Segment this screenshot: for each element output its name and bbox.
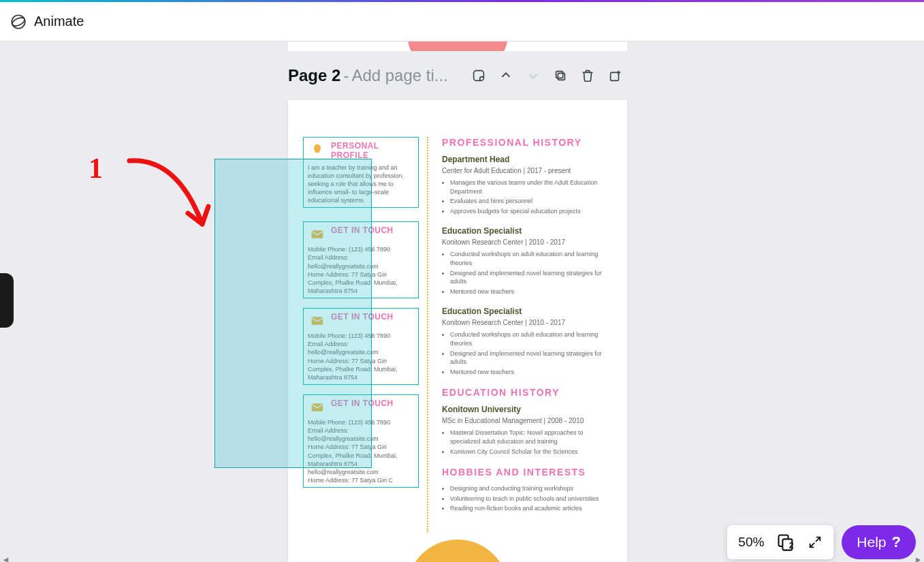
resume-page-canvas[interactable]: PERSONAL PROFILE I am a teacher by train… (288, 100, 627, 562)
job2-title: Education Specialist (442, 226, 612, 236)
edu-bullets: Masteral Dissertation Topic: Novel appro… (442, 428, 612, 456)
job3-meta: Konitown Research Center | 2010 - 2017 (442, 319, 612, 326)
page-header: Page 2 - Add page ti... (288, 51, 627, 100)
page-wrapper: Page 2 - Add page ti... (288, 42, 627, 562)
edu-school-title: Konitown University (442, 405, 612, 414)
hobbies-bullets: Designing and conducting training worksh… (442, 484, 612, 513)
bottom-controls: 50% 2 Help ? (727, 525, 916, 559)
job2-bullets: Conducted workshops on adult education a… (442, 250, 612, 296)
mail-icon (308, 226, 327, 243)
contact-block-3[interactable]: GET IN TOUCH Mobile Phone: (123) 456 789… (303, 394, 419, 488)
job3-title: Education Specialist (442, 307, 612, 316)
help-icon: ? (892, 533, 901, 551)
page-number-label: Page 2 (288, 66, 340, 85)
annotation-overlay: 1 (82, 151, 225, 276)
svg-rect-4 (556, 72, 563, 78)
profile-body: I am a teacher by training and an educat… (308, 163, 414, 205)
add-page-button[interactable] (603, 63, 627, 88)
job1-title: Department Head (442, 155, 612, 164)
help-label: Help (857, 534, 886, 550)
hscroll-left-arrow[interactable]: ◄ (1, 555, 10, 562)
edu-school-meta: MSc in Educational Management | 2008 - 2… (442, 417, 612, 424)
duplicate-page-button[interactable] (548, 63, 573, 88)
job3-bullets: Conducted workshops on adult education a… (442, 330, 612, 376)
resume-left-column: PERSONAL PROFILE I am a teacher by train… (303, 137, 419, 562)
svg-rect-5 (611, 72, 619, 80)
contact3-body: Mobile Phone: (123) 456 7890 Email Addre… (308, 418, 414, 484)
zoom-panel: 50% 2 (727, 525, 833, 559)
contact1-title: GET IN TOUCH (331, 226, 394, 236)
contact-block-2[interactable]: GET IN TOUCH Mobile Phone: (123) 456 789… (303, 308, 419, 385)
contact2-body: Mobile Phone: (123) 456 7890 Email Addre… (308, 332, 414, 381)
animate-button[interactable]: Animate (10, 13, 84, 31)
fullscreen-button[interactable] (808, 535, 823, 550)
delete-page-button[interactable] (575, 63, 600, 88)
profile-head-icon (308, 142, 327, 158)
page-count-badge: 2 (789, 541, 794, 550)
svg-rect-3 (558, 73, 564, 80)
side-panel-toggle[interactable] (0, 273, 14, 328)
page-title-separator: - (343, 66, 349, 85)
help-button[interactable]: Help ? (842, 525, 916, 559)
profile-title: PERSONAL PROFILE (331, 142, 414, 161)
annotation-number: 1 (89, 153, 103, 184)
profile-block[interactable]: PERSONAL PROFILE I am a teacher by train… (303, 137, 419, 208)
svg-point-6 (315, 144, 319, 149)
hobbies-heading: HOBBIES AND INTERESTS (442, 467, 612, 478)
contact3-title: GET IN TOUCH (331, 399, 394, 409)
contact1-body: Mobile Phone: (123) 456 7890 Email Addre… (308, 245, 414, 295)
hscroll-right-arrow[interactable]: ► (914, 555, 923, 562)
page-title-input[interactable]: Add page ti... (351, 66, 447, 85)
contact-block-1[interactable]: GET IN TOUCH Mobile Phone: (123) 456 789… (303, 221, 419, 298)
job1-bullets: Manages the various teams under the Adul… (442, 178, 612, 215)
move-page-down-button[interactable] (521, 63, 545, 88)
toolbar: Animate (0, 2, 924, 42)
svg-rect-8 (312, 317, 323, 325)
job1-meta: Center for Adult Education | 2017 - pres… (442, 167, 612, 174)
prof-history-heading: PROFESSIONAL HISTORY (442, 137, 612, 148)
zoom-level[interactable]: 50% (738, 535, 764, 550)
move-page-up-button[interactable] (494, 63, 518, 88)
edu-history-heading: EDUCATION HISTORY (442, 387, 612, 398)
notes-button[interactable] (466, 63, 491, 88)
svg-rect-9 (312, 403, 323, 411)
svg-rect-2 (474, 71, 484, 81)
pink-arc-shape (407, 42, 509, 51)
animate-label: Animate (34, 14, 84, 29)
previous-page-peek (288, 42, 627, 51)
canvas-area[interactable]: 1 Page 2 - Add page ti... (0, 42, 924, 562)
page-grid-button[interactable]: 2 (776, 533, 795, 552)
resume-right-column: PROFESSIONAL HISTORY Department Head Cen… (428, 137, 612, 562)
job2-meta: Konitown Research Center | 2010 - 2017 (442, 238, 612, 246)
svg-rect-7 (312, 230, 323, 238)
animate-icon (10, 13, 27, 31)
contact2-title: GET IN TOUCH (331, 313, 394, 322)
mail-icon (308, 313, 327, 329)
mail-icon (308, 399, 327, 416)
